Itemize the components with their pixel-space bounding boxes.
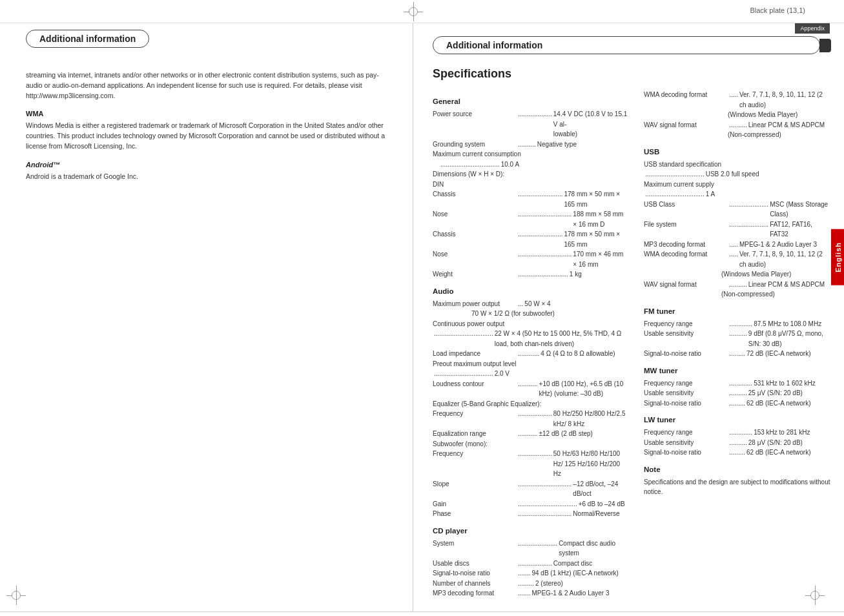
spec-line: Preout maximum output level (433, 359, 628, 369)
spec-line: ................................. 2.0 V (433, 369, 628, 379)
left-section-header-label: Additional information (39, 34, 136, 44)
spec-line: (Windows Media Player) (644, 269, 831, 280)
android-text: Android is a trademark of Google Inc. (26, 172, 393, 182)
spec-line: Signal-to-noise ratio ......... 62 dB (I… (644, 447, 831, 458)
left-section-header-row: Additional information (26, 30, 393, 61)
bottom-bar: <QRD3219-A>13 En 13 (0, 611, 844, 617)
audio-title: Audio (433, 287, 628, 295)
specs-cd-list: System ...................... Compact di… (433, 539, 628, 599)
specs-lw-list: Frequency range ............. 153 kHz to… (644, 427, 831, 458)
spec-line: Number of channels ......... 2 (stereo) (433, 579, 628, 589)
spec-line: Subwoofer (mono): (433, 439, 628, 449)
spec-line: (Non-compressed) (644, 130, 831, 140)
right-section-header-label: Additional information (446, 40, 542, 50)
spec-line: Equalizer (5-Band Graphic Equalizer): (433, 399, 628, 409)
spec-line: Grounding system .......... Negative typ… (433, 139, 628, 150)
note-title: Note (644, 466, 831, 473)
specs-title: Specifications (433, 67, 831, 81)
spec-line: Loudness contour ........... +10 dB (100… (433, 379, 628, 399)
specs-columns: General Power source ...................… (433, 90, 831, 599)
spec-line: Frequency ................... 80 Hz/250 … (433, 409, 628, 429)
spec-line: Usable sensitivity .......... 28 μV (S/N… (644, 438, 831, 448)
spec-line: System ...................... Compact di… (433, 539, 628, 559)
spec-line: Gain ................................. +… (433, 499, 628, 509)
specs-general-list: Power source ................... 14.4 V … (433, 109, 628, 280)
spec-line: Continuous power output (433, 319, 628, 329)
spec-line: USB standard specification (644, 159, 831, 170)
mw-tuner-title: MW tuner (644, 367, 831, 375)
spec-line: MP3 decoding format ..... MPEG-1 & 2 Aud… (644, 240, 831, 250)
spec-line: Load impedance ............ 4 Ω (4 Ω to … (433, 349, 628, 359)
english-tab-outer: English (831, 229, 844, 285)
spec-line: WAV signal format .......... Linear PCM … (644, 120, 831, 130)
spec-line: WAV signal format .......... Linear PCM … (644, 280, 831, 290)
usb-title: USB (644, 148, 831, 156)
spec-line: WMA decoding format ..... Ver. 7, 7.1, 8… (644, 90, 831, 110)
spec-line: (Non-compressed) (644, 289, 831, 300)
note-text: Specifications and the design are subjec… (644, 477, 831, 497)
wma-wav-top: WMA decoding format ..... Ver. 7, 7.1, 8… (644, 90, 831, 140)
streaming-text: streaming via internet, intranets and/or… (26, 70, 393, 101)
spec-line: Power source ................... 14.4 V … (433, 109, 628, 139)
general-title: General (433, 98, 628, 105)
spec-line: ................................. 10.0 A (433, 159, 628, 170)
right-header-dark-tab (819, 39, 831, 52)
spec-line: Frequency ................... 50 Hz/63 H… (433, 449, 628, 479)
spec-line: ................................. 22 W ×… (433, 329, 628, 349)
spec-line: Dimensions (W × H × D): (433, 169, 628, 180)
spec-line: Phase .............................. Nor… (433, 509, 628, 519)
spec-line: DIN (433, 180, 628, 190)
spec-line: Frequency range ............. 87.5 MHz t… (644, 319, 831, 329)
spec-line: ................................. 1 A (644, 189, 831, 200)
spec-line: Chassis ......................... 178 mm… (433, 189, 628, 209)
spec-line: Weight ............................ 1 kg (433, 269, 628, 280)
android-title: Android™ (26, 161, 393, 169)
left-section-header-pill: Additional information (26, 30, 149, 48)
appendix-tab: Appendix (795, 23, 830, 34)
spec-line: File system ...................... FAT12… (644, 220, 831, 240)
spec-line: Maximum current consumption (433, 149, 628, 159)
spec-line: ................................. USB 2.… (644, 169, 831, 180)
specs-right-col: WMA decoding format ..... Ver. 7, 7.1, 8… (644, 90, 831, 599)
black-plate-label: Black plate (13,1) (750, 6, 805, 14)
spec-line: Usable sensitivity .......... 25 μV (S/N… (644, 388, 831, 398)
specs-fm-list: Frequency range ............. 87.5 MHz t… (644, 319, 831, 359)
cd-player-title: CD player (433, 527, 628, 535)
spec-line: Usable discs ................... Compact… (433, 559, 628, 569)
spec-line: USB Class ...................... MSC (Ma… (644, 200, 831, 220)
specs-audio-list: Maximum power output ... 50 W × 4 70 W ×… (433, 299, 628, 519)
english-tab-label: English (831, 229, 844, 285)
spec-line: (Windows Media Player) (644, 110, 831, 120)
spec-line: Maximum power output ... 50 W × 4 (433, 299, 628, 309)
spec-line: Slope .............................. –12… (433, 479, 628, 499)
spec-line: MP3 decoding format ....... MPEG-1 & 2 A… (433, 588, 628, 599)
spec-line: Signal-to-noise ratio ......... 62 dB (I… (644, 398, 831, 409)
specs-left-col: General Power source ...................… (433, 90, 628, 599)
wma-title: WMA (26, 110, 393, 118)
wma-text: Windows Media is either a registered tra… (26, 121, 393, 151)
android-section: Android™ Android is a trademark of Googl… (26, 161, 393, 182)
spec-line: Maximum current supply (644, 180, 831, 190)
spec-line: Chassis ......................... 178 mm… (433, 229, 628, 249)
spec-line: Nose .............................. 188 … (433, 209, 628, 229)
wma-section: WMA Windows Media is either a registered… (26, 110, 393, 151)
spec-line: Equalization range ........... ±12 dB (2… (433, 429, 628, 439)
left-column: Additional information streaming via int… (0, 23, 413, 611)
page-container: Black plate (13,1) Additional informatio… (0, 0, 844, 616)
spec-line: WMA decoding format ..... Ver. 7, 7.1, 8… (644, 249, 831, 269)
right-section-header-row: Additional information (433, 36, 831, 54)
spec-line: Usable sensitivity .......... 9 dBf (0.8… (644, 329, 831, 349)
specs-mw-list: Frequency range ............. 531 kHz to… (644, 378, 831, 409)
lw-tuner-title: LW tuner (644, 416, 831, 424)
spec-line: Signal-to-noise ratio ......... 72 dB (I… (644, 349, 831, 359)
spec-line: Frequency range ............. 531 kHz to… (644, 378, 831, 389)
spec-line: Nose .............................. 170 … (433, 249, 628, 269)
fm-tuner-title: FM tuner (644, 307, 831, 315)
spec-line: Frequency range ............. 153 kHz to… (644, 427, 831, 438)
right-column: Appendix English Additional information … (413, 23, 844, 611)
specs-usb-list: USB standard specification .............… (644, 159, 831, 300)
spec-line: 70 W × 1/2 Ω (for subwoofer) (433, 309, 628, 319)
spec-line: Signal-to-noise ratio ....... 94 dB (1 k… (433, 568, 628, 579)
